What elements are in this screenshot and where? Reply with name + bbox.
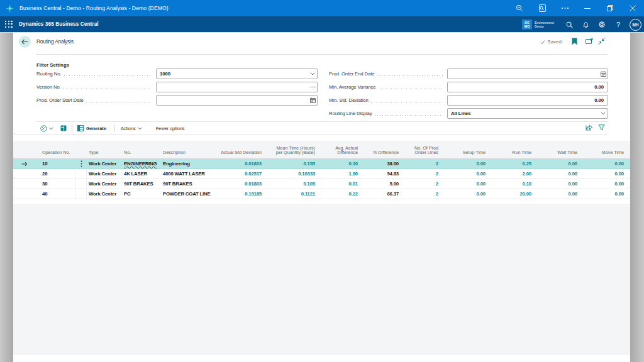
cell-move-time[interactable]: 0.00 (582, 169, 630, 179)
cell-no-of-prod-order-lines[interactable]: 2 (404, 169, 443, 179)
grid-header-mean-time[interactable]: Mean Time (Hours) per Quantity (Base) (267, 141, 320, 158)
restore-button[interactable] (599, 0, 621, 16)
generate-button[interactable]: Generate (77, 125, 106, 131)
cell-actual-std-deviation[interactable]: 0.19185 (214, 189, 267, 199)
left-gutter (0, 33, 13, 362)
row-context-menu-icon[interactable] (75, 159, 87, 169)
grid-row-30[interactable]: 30Work Center90T BRAKES90T BRAKES0.01803… (13, 179, 630, 189)
open-in-new-window-icon[interactable] (586, 38, 593, 45)
cell-mean-time[interactable]: 0.10333 (267, 169, 320, 179)
dotted-leader (64, 89, 152, 90)
grid-header-move-time[interactable]: Move Time (582, 141, 630, 158)
cell-wait-time[interactable]: 0.00 (536, 159, 582, 169)
app-brand-title[interactable]: Dynamics 365 Business Central (19, 21, 99, 27)
filter-field-min-std-deviation: Min. Std. Deviation0.00 (329, 95, 608, 106)
cell-avg-actual-difference[interactable]: 0.10 (320, 159, 363, 169)
grid-header-type[interactable]: Type (87, 141, 122, 158)
cell-wait-time[interactable]: 0.00 (536, 179, 582, 189)
grid-header-operation-no[interactable]: Operation No. (36, 141, 75, 158)
cell-type: Work Center (87, 179, 122, 189)
cell-setup-time[interactable]: 0.00 (443, 179, 491, 189)
share-icon[interactable] (586, 124, 593, 131)
grid-header-pct-difference[interactable]: % Difference (363, 141, 404, 158)
cell-move-time[interactable]: 0.00 (582, 189, 630, 199)
cell-avg-actual-difference[interactable]: 0.01 (320, 179, 363, 189)
field-input[interactable]: 1000 (156, 69, 318, 79)
cell-actual-std-deviation[interactable]: 0.01803 (214, 159, 267, 169)
analysis-mode-button[interactable] (40, 125, 53, 132)
back-button[interactable] (19, 36, 31, 48)
search-icon[interactable] (561, 16, 577, 33)
user-avatar[interactable]: MH (630, 19, 641, 31)
help-icon[interactable]: ? (610, 16, 626, 33)
grid-header-avg-actual-difference[interactable]: Avg. Actual Difference (320, 141, 363, 158)
fewer-options-button[interactable]: Fewer options (156, 126, 185, 131)
find-in-page-icon[interactable] (531, 0, 553, 16)
cell-wait-time[interactable]: 0.00 (536, 169, 582, 179)
cell-avg-actual-difference[interactable]: 1.90 (320, 169, 363, 179)
cell-actual-std-deviation[interactable]: 0.02517 (214, 169, 267, 179)
cell-setup-time[interactable]: 0.00 (443, 189, 491, 199)
cell-avg-actual-difference[interactable]: 0.22 (320, 189, 363, 199)
grid-header-setup-time[interactable]: Setup Time (443, 141, 491, 158)
actions-label: Actions (121, 126, 136, 131)
chevron-down-icon[interactable] (599, 112, 608, 115)
command-toolbar: Generate Actions Fewer options (36, 121, 608, 134)
dotted-leader (375, 115, 443, 116)
cell-no-of-prod-order-lines[interactable]: 2 (404, 179, 443, 189)
minimize-button[interactable] (576, 0, 599, 16)
row-arrow-spacer (13, 189, 36, 199)
field-input[interactable] (156, 82, 318, 92)
cell-move-time[interactable]: 0.00 (582, 159, 630, 169)
cell-type: Work Center (87, 159, 122, 169)
cell-no-of-prod-order-lines[interactable]: 2 (404, 159, 443, 169)
filter-icon[interactable] (598, 124, 605, 131)
cell-run-time[interactable]: 0.25 (491, 159, 536, 169)
grid-row-20[interactable]: 20Work Center4K LASER4000 WATT LASER0.02… (13, 169, 630, 179)
notifications-bell-icon[interactable] (577, 16, 594, 33)
field-input[interactable] (447, 69, 608, 79)
generate-icon (77, 125, 84, 131)
actions-menu-button[interactable]: Actions (121, 126, 142, 131)
bookmark-icon[interactable] (572, 38, 579, 45)
grid-header-run-time[interactable]: Run Time (491, 141, 536, 158)
grid-row-40[interactable]: 40Work CenterPCPOWDER COAT LINE0.191850.… (13, 189, 630, 199)
cell-run-time[interactable]: 20.00 (491, 189, 536, 199)
cell-setup-time[interactable]: 0.00 (443, 169, 491, 179)
collapse-page-icon[interactable] (598, 38, 606, 45)
field-input[interactable]: 0.00 (447, 82, 608, 92)
cell-mean-time[interactable]: 0.1121 (267, 189, 320, 199)
app-launcher-icon[interactable] (5, 21, 13, 28)
grid-header-wait-time[interactable]: Wait Time (536, 141, 582, 158)
field-input[interactable]: All Lines (447, 108, 608, 119)
zoom-icon[interactable] (508, 0, 531, 16)
calendar-icon[interactable] (308, 97, 317, 103)
chevron-down-icon[interactable] (308, 72, 317, 75)
cell-pct-difference: 5.00 (363, 179, 404, 189)
settings-gear-icon[interactable] (594, 16, 610, 33)
grid-header-description[interactable]: Description (161, 141, 214, 158)
layout-options-button[interactable] (60, 125, 67, 131)
field-input[interactable]: 0.00 (447, 95, 608, 106)
cell-move-time[interactable]: 0.00 (582, 179, 630, 189)
field-input[interactable] (156, 95, 318, 106)
grid-header-no-of-prod-order-lines[interactable]: No. Of Prod Order Lines (404, 141, 443, 158)
environment-badge[interactable]: DEMO (522, 19, 532, 30)
grid-header-actual-std-deviation[interactable]: Actual Std Deviation (214, 141, 267, 158)
ellipsis-icon[interactable] (308, 86, 317, 88)
grid-header-arrow-spacer (13, 141, 36, 158)
cell-run-time[interactable]: 2.00 (491, 169, 536, 179)
settings-and-more-icon[interactable] (553, 0, 576, 16)
cell-wait-time[interactable]: 0.00 (536, 189, 582, 199)
cell-mean-time[interactable]: 0.155 (267, 159, 320, 169)
cell-no-of-prod-order-lines[interactable]: 2 (404, 189, 443, 199)
close-button[interactable] (621, 0, 644, 16)
calendar-icon[interactable] (599, 71, 608, 77)
cell-setup-time[interactable]: 0.00 (443, 159, 491, 169)
cell-mean-time[interactable]: 0.105 (267, 179, 320, 189)
cell-run-time[interactable]: 0.10 (491, 179, 536, 189)
cell-actual-std-deviation[interactable]: 0.01803 (214, 179, 267, 189)
field-label: Prod. Order End Date (329, 71, 377, 77)
grid-row-10[interactable]: 10Work CenterENGINEERINGEngineering0.018… (13, 159, 630, 169)
grid-header-no[interactable]: No. (122, 141, 161, 158)
